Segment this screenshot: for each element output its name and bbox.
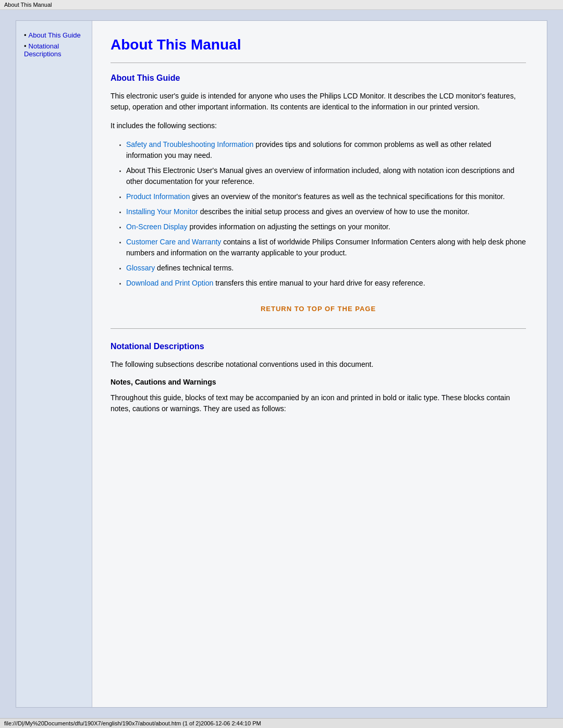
notes-cautions-text: Throughout this guide, blocks of text ma… xyxy=(111,392,526,414)
customer-care-link[interactable]: Customer Care and Warranty xyxy=(126,238,221,246)
title-bar-text: About This Manual xyxy=(4,2,52,8)
product-info-link[interactable]: Product Information xyxy=(126,192,190,201)
page-title: About This Manual xyxy=(111,36,526,53)
content-area: •About This Guide •Notational Descriptio… xyxy=(16,20,547,708)
osd-link[interactable]: On-Screen Display xyxy=(126,223,188,231)
main-content: About This Manual About This Guide This … xyxy=(92,21,547,707)
safety-link[interactable]: Safety and Troubleshooting Information xyxy=(126,140,253,149)
status-bar: file:///D|/My%20Documents/dfu/190X7/engl… xyxy=(0,718,563,728)
sidebar-link-notational[interactable]: Notational Descriptions xyxy=(24,42,62,58)
title-divider xyxy=(111,63,526,63)
notational-title: Notational Descriptions xyxy=(111,342,526,351)
sidebar-item-notational[interactable]: •Notational Descriptions xyxy=(24,42,87,58)
return-to-top-link[interactable]: RETURN TO TOP OF THE PAGE xyxy=(261,305,376,313)
list-item: About This Electronic User's Manual give… xyxy=(126,165,526,187)
main-wrapper: •About This Guide •Notational Descriptio… xyxy=(0,10,563,718)
section-divider xyxy=(111,328,526,329)
notes-cautions-title: Notes, Cautions and Warnings xyxy=(111,378,526,386)
download-link[interactable]: Download and Print Option xyxy=(126,279,213,287)
list-item: Glossary defines technical terms. xyxy=(126,263,526,274)
list-item: Safety and Troubleshooting Information p… xyxy=(126,139,526,161)
bullet-icon: • xyxy=(24,31,27,39)
installing-link[interactable]: Installing Your Monitor xyxy=(126,207,198,216)
list-item: Installing Your Monitor describes the in… xyxy=(126,206,526,217)
sidebar-link-about-guide[interactable]: About This Guide xyxy=(29,31,81,39)
about-guide-section: About This Guide This electronic user's … xyxy=(111,73,526,313)
bullet-icon: • xyxy=(24,42,27,50)
list-item: Customer Care and Warranty contains a li… xyxy=(126,237,526,258)
list-item: Download and Print Option transfers this… xyxy=(126,278,526,289)
about-guide-intro: This electronic user's guide is intended… xyxy=(111,91,526,113)
status-bar-text: file:///D|/My%20Documents/dfu/190X7/engl… xyxy=(4,720,261,726)
about-guide-includes: It includes the following sections: xyxy=(111,120,526,131)
glossary-link[interactable]: Glossary xyxy=(126,264,155,272)
about-guide-title: About This Guide xyxy=(111,73,526,83)
list-item: On-Screen Display provides information o… xyxy=(126,221,526,232)
return-to-top[interactable]: RETURN TO TOP OF THE PAGE xyxy=(111,304,526,313)
bullet-list: Safety and Troubleshooting Information p… xyxy=(126,139,526,289)
notational-section: Notational Descriptions The following su… xyxy=(111,342,526,414)
sidebar-item-about-guide[interactable]: •About This Guide xyxy=(24,31,87,39)
sidebar: •About This Guide •Notational Descriptio… xyxy=(16,21,92,707)
list-item: Product Information gives an overview of… xyxy=(126,191,526,202)
title-bar: About This Manual xyxy=(0,0,563,10)
notational-intro: The following subsections describe notat… xyxy=(111,359,526,370)
